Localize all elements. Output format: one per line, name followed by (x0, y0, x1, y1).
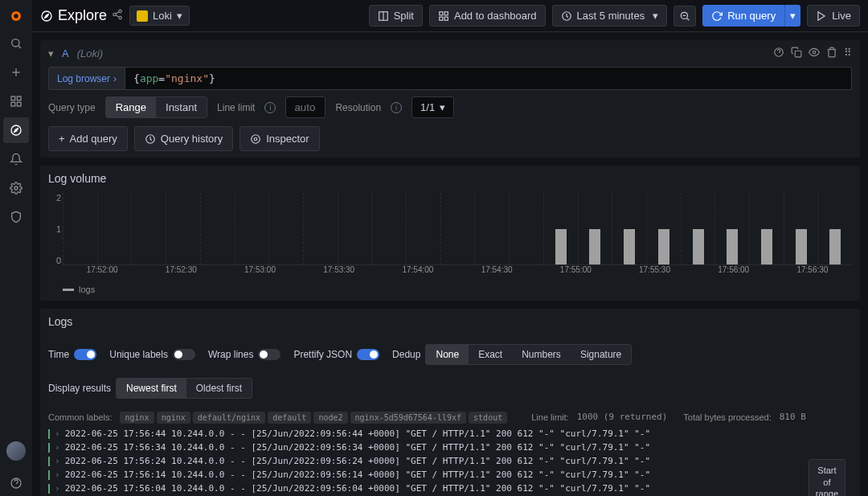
query-ref-letter[interactable]: A (62, 47, 69, 59)
search-icon[interactable] (3, 31, 29, 56)
logs-panel: Logs Time Unique labels Wrap lines Prett… (40, 309, 860, 496)
oldest-first-button[interactable]: Oldest first (186, 379, 252, 398)
dedup-numbers[interactable]: Numbers (512, 345, 571, 364)
log-lines: ›2022-06-25 17:56:44 10.244.0.0 - - [25/… (48, 427, 852, 496)
unique-labels-toggle[interactable] (173, 349, 195, 360)
trash-icon[interactable] (826, 47, 837, 60)
collapse-icon[interactable]: ▾ (48, 47, 54, 59)
log-browser-label: Log browser (57, 73, 110, 84)
add-query-label: Add query (70, 133, 117, 145)
log-text: 2022-06-25 17:56:44 10.244.0.0 - - [25/J… (65, 427, 650, 441)
share-icon[interactable] (112, 7, 123, 24)
configuration-icon[interactable] (3, 175, 29, 201)
log-volume-title: Log volume (48, 172, 852, 185)
svg-marker-32 (818, 11, 825, 20)
svg-point-17 (119, 10, 122, 12)
datasource-select[interactable]: Loki ▾ (129, 6, 190, 26)
svg-point-38 (254, 137, 257, 141)
log-line[interactable]: ›2022-06-25 17:56:14 10.244.0.0 - - [25/… (48, 468, 852, 482)
dedup-none[interactable]: None (426, 345, 469, 364)
log-line[interactable]: ›2022-06-25 17:56:24 10.244.0.0 - - [25/… (48, 454, 852, 468)
plus-icon[interactable] (3, 59, 29, 85)
split-button[interactable]: Split (369, 5, 423, 27)
run-query-button[interactable]: Run query (702, 5, 784, 27)
dashboards-icon[interactable] (3, 88, 29, 114)
help-icon[interactable] (3, 470, 29, 496)
help-icon[interactable] (773, 47, 784, 60)
add-to-dashboard-button[interactable]: Add to dashboard (429, 5, 546, 27)
svg-point-19 (119, 16, 122, 19)
time-range-button[interactable]: Last 5 minutes▾ (552, 5, 668, 27)
query-editor-panel: ▾ A (Loki) ⠿ Log browser› {app="nginx"} (40, 40, 860, 158)
datasource-name: Loki (153, 10, 172, 22)
chevron-down-icon: ▾ (653, 10, 658, 22)
zoom-out-button[interactable] (674, 6, 696, 27)
expand-icon[interactable]: › (55, 468, 60, 482)
label-badge: nginx (120, 412, 154, 424)
common-labels: nginx nginx default/nginx default node2 … (120, 412, 507, 422)
query-type-range[interactable]: Range (106, 97, 156, 117)
svg-rect-26 (440, 17, 443, 20)
info-icon[interactable]: i (264, 102, 276, 113)
log-volume-chart[interactable]: 210 17:52:0017:52:3017:53:0017:53:3017:5… (48, 193, 852, 281)
wrap-lines-toggle[interactable] (258, 349, 280, 360)
inspector-label: Inspector (266, 133, 309, 145)
svg-point-12 (14, 187, 18, 190)
sidebar (0, 0, 32, 496)
shield-icon[interactable] (3, 204, 29, 230)
plus-icon: + (59, 133, 65, 145)
log-line[interactable]: ›2022-06-25 17:56:34 10.244.0.0 - - [25/… (48, 441, 852, 454)
dedup-signature[interactable]: Signature (571, 345, 631, 364)
copy-icon[interactable] (791, 47, 802, 60)
info-icon[interactable]: i (391, 102, 402, 113)
expand-icon[interactable]: › (55, 441, 60, 454)
avatar[interactable] (6, 441, 26, 461)
inspector-button[interactable]: Inspector (240, 126, 319, 151)
query-history-button[interactable]: Query history (134, 126, 233, 151)
dedup-toggle: NoneExactNumbersSignature (425, 344, 632, 365)
grafana-logo-icon[interactable] (5, 5, 27, 27)
label-badge: default/nginx (193, 412, 265, 424)
log-line[interactable]: ›2022-06-25 17:56:44 10.244.0.0 - - [25/… (48, 427, 852, 441)
log-browser-button[interactable]: Log browser› (48, 67, 125, 90)
prettify-json-toggle-label: Prettify JSON (293, 349, 352, 360)
alerting-icon[interactable] (3, 146, 29, 172)
run-query-options-button[interactable]: ▾ (784, 5, 800, 27)
display-results-label: Display results (48, 383, 111, 394)
live-button[interactable]: Live (807, 5, 860, 27)
topbar: Explore Loki ▾ Split Add to dashboard La… (32, 0, 868, 32)
prettify-json-toggle[interactable] (357, 349, 379, 360)
expand-icon[interactable]: › (55, 427, 60, 441)
time-toggle-label: Time (48, 349, 69, 360)
bytes-text: Total bytes processed: (683, 412, 771, 422)
dedup-exact[interactable]: Exact (469, 345, 512, 364)
svg-point-1 (14, 14, 18, 18)
chevron-down-icon: ▾ (177, 10, 182, 22)
level-indicator (48, 443, 50, 453)
time-toggle[interactable] (74, 349, 96, 360)
svg-rect-6 (11, 96, 15, 100)
add-query-button[interactable]: +Add query (48, 126, 128, 151)
live-label: Live (832, 10, 851, 22)
newest-first-button[interactable]: Newest first (117, 379, 186, 398)
expand-icon[interactable]: › (55, 454, 60, 468)
legend-label: logs (79, 285, 95, 294)
level-indicator (48, 484, 50, 494)
query-input[interactable]: {app="nginx"} (125, 67, 852, 90)
query-value: "nginx" (165, 72, 209, 84)
expand-icon[interactable]: › (55, 482, 60, 495)
drag-handle-icon[interactable]: ⠿ (844, 47, 852, 60)
log-line[interactable]: ›2022-06-25 17:56:04 10.244.0.0 - - [25/… (48, 482, 852, 495)
query-datasource-label: (Loki) (77, 47, 104, 59)
log-text: 2022-06-25 17:56:14 10.244.0.0 - - [25/J… (65, 468, 650, 482)
scroll-hint[interactable]: Start of range (809, 459, 845, 496)
svg-point-2 (12, 39, 19, 47)
query-type-instant[interactable]: Instant (156, 97, 207, 117)
line-limit-input[interactable] (285, 96, 326, 118)
explore-icon[interactable] (3, 117, 29, 143)
svg-rect-35 (795, 51, 801, 57)
label-badge: nginx (157, 412, 190, 424)
wrap-lines-toggle-label: Wrap lines (208, 349, 253, 360)
eye-icon[interactable] (809, 47, 820, 60)
resolution-select[interactable]: 1/1▾ (411, 96, 454, 118)
